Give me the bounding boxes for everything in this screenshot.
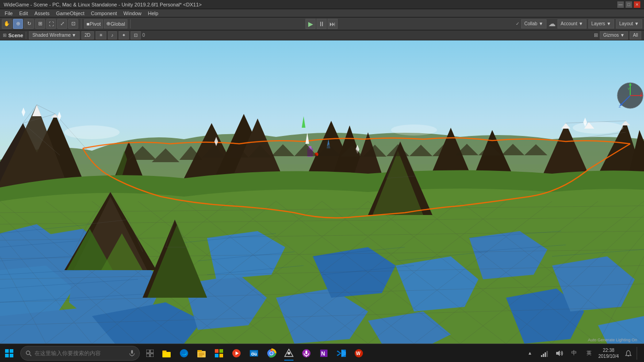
system-tray: ▲ 中 英 22:38 2019/10/4 (523, 347, 644, 360)
pivot-group: ■ Pivot ⊕ Global (84, 19, 131, 28)
svg-rect-130 (162, 351, 167, 352)
scale-tool[interactable]: ⊞ (35, 19, 45, 29)
scene-tab-label[interactable]: Scene (8, 33, 23, 38)
menu-gameobject[interactable]: GameObject (53, 9, 87, 17)
menu-window[interactable]: Window (121, 9, 144, 17)
tray-expand-icon[interactable]: ▲ (523, 347, 536, 360)
global-button[interactable]: ⊕ Global (104, 19, 127, 28)
svg-point-131 (180, 349, 188, 357)
svg-text:Z: Z (619, 104, 621, 108)
layout-button[interactable]: Layout ▼ (616, 19, 642, 28)
transform-tool[interactable]: ⤢ (57, 19, 67, 29)
right-toolbar-group: ✓ Collab ▼ ☁ Account ▼ Layers ▼ Layout ▼ (516, 19, 642, 28)
clock-time: 22:38 (597, 347, 620, 353)
taskbar-app-files[interactable] (193, 345, 210, 362)
svg-rect-135 (199, 354, 204, 355)
taskbar-app-onenote[interactable]: N (316, 345, 332, 362)
show-desktop-button[interactable] (637, 347, 640, 360)
rotate-tool[interactable]: ↻ (24, 19, 34, 29)
taskbar-app-wps[interactable]: W (351, 345, 367, 362)
ime-icon[interactable]: 中 (568, 347, 581, 360)
svg-rect-120 (10, 354, 13, 357)
custom-tool[interactable]: ⊡ (68, 19, 78, 29)
pivot-button[interactable]: ■ Pivot (84, 19, 103, 28)
rect-tool[interactable]: ⛶ (46, 19, 56, 29)
lighting-button[interactable]: ☀ (96, 31, 106, 40)
svg-point-148 (270, 352, 273, 355)
play-button[interactable]: ▶ (305, 19, 316, 29)
layers-button[interactable]: Layers ▼ (588, 19, 615, 28)
menu-edit[interactable]: Edit (17, 9, 31, 17)
taskbar-app-edge[interactable] (176, 345, 192, 362)
scene-move-icon: ⊞ (594, 32, 598, 38)
scene-canvas[interactable]: Y X Z Auto Generate Lighting On (0, 40, 644, 344)
svg-point-100 (64, 125, 120, 139)
svg-rect-162 (543, 354, 544, 357)
title-bar: WideGame - Scene - PC, Mac & Linux Stand… (0, 0, 644, 9)
taskbar-app-explorer[interactable] (158, 345, 175, 362)
svg-rect-134 (199, 353, 204, 354)
transform-tools-group: ✋ ⊕ ↻ ⊞ ⛶ ⤢ ⊡ (2, 19, 81, 29)
taskbar-app-podcast[interactable] (298, 345, 315, 362)
account-button[interactable]: Account ▼ (558, 19, 586, 28)
scene-tools-button[interactable]: ⊡ (131, 31, 141, 40)
svg-rect-117 (5, 349, 9, 353)
svg-rect-164 (546, 351, 548, 357)
scene-toolbar: ⊞ Scene Shaded Wireframe ▼ 2D ☀ ♪ ✦ ⊡ 0 … (0, 30, 644, 40)
system-clock[interactable]: 22:38 2019/10/4 (597, 347, 620, 359)
svg-text:Y: Y (627, 87, 630, 91)
svg-rect-163 (545, 352, 546, 357)
task-view-button[interactable] (142, 345, 158, 362)
collab-button[interactable]: Collab ▼ (521, 19, 546, 28)
step-button[interactable]: ⏭ (328, 19, 338, 29)
search-input[interactable] (34, 350, 117, 356)
svg-rect-137 (215, 349, 218, 353)
scene-gizmo: Y X Z (617, 83, 643, 108)
svg-text:Ou: Ou (251, 352, 257, 356)
svg-rect-129 (162, 352, 171, 357)
pause-button[interactable]: ⏸ (316, 19, 327, 29)
audio-button[interactable]: ♪ (108, 31, 117, 40)
network-icon[interactable] (538, 347, 551, 360)
taskbar-app-unity[interactable] (281, 345, 297, 362)
svg-rect-125 (146, 350, 150, 353)
menu-component[interactable]: Component (88, 9, 120, 17)
shading-dropdown[interactable]: Shaded Wireframe ▼ (29, 31, 79, 40)
2d-button[interactable]: 2D (81, 31, 94, 40)
hand-tool[interactable]: ✋ (2, 19, 12, 29)
lang-icon[interactable]: 英 (582, 347, 595, 360)
svg-rect-152 (305, 351, 307, 354)
taskbar-apps: Ou (158, 345, 523, 362)
menu-file[interactable]: File (2, 9, 16, 17)
taskbar-app-media[interactable] (228, 345, 245, 362)
move-tool[interactable]: ⊕ (13, 19, 23, 29)
taskbar-app-chrome[interactable] (263, 345, 280, 362)
cloud-icon: ☁ (548, 19, 556, 28)
menu-help[interactable]: Help (145, 9, 161, 17)
taskbar-search-bar[interactable] (20, 346, 140, 361)
svg-point-101 (391, 124, 437, 136)
all-button[interactable]: All (630, 31, 641, 40)
scene-tab-icon: ⊞ (3, 33, 6, 38)
svg-rect-126 (150, 350, 154, 353)
menu-assets[interactable]: Assets (32, 9, 52, 17)
taskbar-app-vscode[interactable] (333, 345, 350, 362)
maximize-button[interactable]: □ (626, 1, 632, 8)
svg-rect-118 (10, 349, 13, 353)
volume-icon[interactable] (553, 347, 566, 360)
notification-icon[interactable] (622, 347, 635, 360)
window-controls: — □ ✕ (617, 1, 640, 8)
taskbar-app-outlook[interactable]: Ou (246, 345, 262, 362)
fx-button[interactable]: ✦ (119, 31, 129, 40)
svg-rect-133 (197, 350, 202, 352)
start-button[interactable] (0, 344, 18, 362)
svg-rect-136 (199, 356, 202, 356)
collab-check-icon: ✓ (516, 21, 519, 26)
taskbar-app-store[interactable] (211, 345, 227, 362)
minimize-button[interactable]: — (617, 1, 624, 8)
window-title: WideGame - Scene - PC, Mac & Linux Stand… (4, 2, 617, 7)
scene-viewport: Y X Z Auto Generate Lighting On (0, 40, 644, 344)
svg-point-102 (573, 122, 623, 134)
gizmos-dropdown[interactable]: Gizmos ▼ (600, 31, 628, 40)
close-button[interactable]: ✕ (634, 1, 640, 8)
